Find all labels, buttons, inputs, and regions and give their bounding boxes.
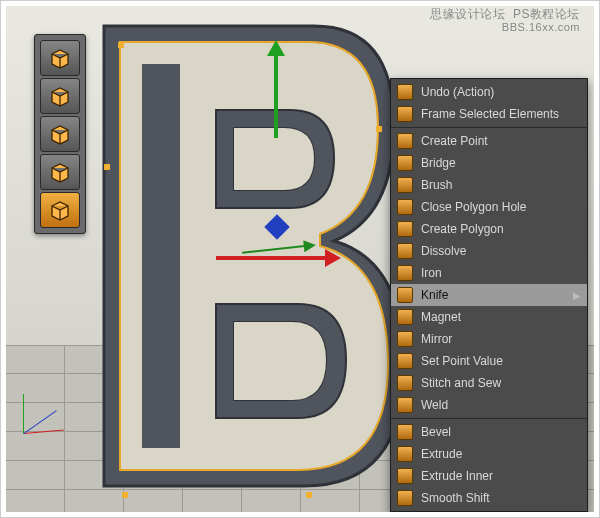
- menu-item-label: Undo (Action): [421, 85, 581, 99]
- vertex-point[interactable]: [376, 126, 382, 132]
- chevron-right-icon: ▶: [573, 290, 581, 301]
- menu-item-icon: [395, 489, 415, 507]
- watermark-top: 思缘设计论坛 PS教程论坛 BBS.16xx.com: [430, 8, 580, 34]
- menu-item-icon: [395, 242, 415, 260]
- palette-shade-sphere[interactable]: [40, 116, 80, 152]
- menu-item-label: Extrude: [421, 447, 581, 461]
- menu-item-icon: [395, 445, 415, 463]
- axis-indicator: [24, 384, 74, 434]
- scene-object-letter-b[interactable]: [84, 16, 424, 496]
- menu-item-icon: [395, 198, 415, 216]
- menu-item-label: Frame Selected Elements: [421, 107, 581, 121]
- menu-item-weld[interactable]: Weld: [391, 394, 587, 416]
- menu-item-label: Weld: [421, 398, 581, 412]
- menu-item-label: Create Point: [421, 134, 581, 148]
- menu-item-bridge[interactable]: Bridge: [391, 152, 587, 174]
- menu-item-icon: [395, 264, 415, 282]
- menu-item-label: Bridge: [421, 156, 581, 170]
- menu-item-label: Smooth Shift: [421, 491, 581, 505]
- menu-item-stitch-and-sew[interactable]: Stitch and Sew: [391, 372, 587, 394]
- menu-item-icon: [395, 396, 415, 414]
- menu-item-magnet[interactable]: Magnet: [391, 306, 587, 328]
- mini-axis-y-icon: [23, 394, 24, 434]
- menu-item-label: Magnet: [421, 310, 581, 324]
- menu-item-smooth-shift[interactable]: Smooth Shift: [391, 487, 587, 509]
- menu-item-bevel[interactable]: Bevel: [391, 421, 587, 443]
- menu-item-icon: [395, 105, 415, 123]
- menu-item-extrude-inner[interactable]: Extrude Inner: [391, 465, 587, 487]
- menu-item-create-point[interactable]: Create Point: [391, 130, 587, 152]
- menu-item-label: Bevel: [421, 425, 581, 439]
- menu-item-label: Dissolve: [421, 244, 581, 258]
- vertex-point[interactable]: [118, 42, 124, 48]
- menu-item-label: Mirror: [421, 332, 581, 346]
- menu-item-label: Iron: [421, 266, 581, 280]
- menu-item-icon: [395, 154, 415, 172]
- vertex-point[interactable]: [306, 492, 312, 498]
- menu-item-knife[interactable]: Knife▶: [391, 284, 587, 306]
- palette-shade-dots[interactable]: [40, 78, 80, 114]
- mini-axis-x-icon: [24, 430, 64, 434]
- menu-item-dissolve[interactable]: Dissolve: [391, 240, 587, 262]
- palette-shade-wire[interactable]: [40, 154, 80, 190]
- menu-item-undo-action-[interactable]: Undo (Action): [391, 81, 587, 103]
- menu-item-icon: [395, 467, 415, 485]
- menu-item-icon: [395, 176, 415, 194]
- watermark-text: PS教程论坛: [513, 7, 580, 21]
- menu-item-label: Brush: [421, 178, 581, 192]
- menu-item-icon: [395, 83, 415, 101]
- menu-item-label: Close Polygon Hole: [421, 200, 581, 214]
- menu-item-label: Create Polygon: [421, 222, 581, 236]
- menu-item-iron[interactable]: Iron: [391, 262, 587, 284]
- menu-item-icon: [395, 330, 415, 348]
- menu-item-extrude[interactable]: Extrude: [391, 443, 587, 465]
- menu-item-create-polygon[interactable]: Create Polygon: [391, 218, 587, 240]
- menu-item-icon: [395, 423, 415, 441]
- vertex-point[interactable]: [122, 492, 128, 498]
- menu-item-close-polygon-hole[interactable]: Close Polygon Hole: [391, 196, 587, 218]
- app-frame: 思缘设计论坛 PS教程论坛 BBS.16xx.com UiBQ.CoM Undo…: [0, 0, 600, 518]
- menu-item-label: Knife: [421, 288, 569, 302]
- menu-item-icon: [395, 352, 415, 370]
- menu-item-icon: [395, 220, 415, 238]
- menu-item-set-point-value[interactable]: Set Point Value: [391, 350, 587, 372]
- watermark-text: BBS.16xx.com: [430, 21, 580, 34]
- shading-palette: [34, 34, 86, 234]
- context-menu: Undo (Action)Frame Selected ElementsCrea…: [390, 78, 588, 512]
- menu-item-label: Stitch and Sew: [421, 376, 581, 390]
- menu-item-brush[interactable]: Brush: [391, 174, 587, 196]
- palette-shade-solid[interactable]: [40, 40, 80, 76]
- palette-shade-flat[interactable]: [40, 192, 80, 228]
- menu-item-label: Set Point Value: [421, 354, 581, 368]
- menu-item-frame-selected-elements[interactable]: Frame Selected Elements: [391, 103, 587, 125]
- menu-item-icon: [395, 286, 415, 304]
- watermark-text: 思缘设计论坛: [430, 7, 505, 21]
- menu-item-label: Extrude Inner: [421, 469, 581, 483]
- vertex-point[interactable]: [104, 164, 110, 170]
- menu-item-icon: [395, 132, 415, 150]
- menu-item-icon: [395, 374, 415, 392]
- viewport-3d[interactable]: 思缘设计论坛 PS教程论坛 BBS.16xx.com UiBQ.CoM Undo…: [6, 6, 594, 512]
- menu-item-icon: [395, 308, 415, 326]
- menu-item-mirror[interactable]: Mirror: [391, 328, 587, 350]
